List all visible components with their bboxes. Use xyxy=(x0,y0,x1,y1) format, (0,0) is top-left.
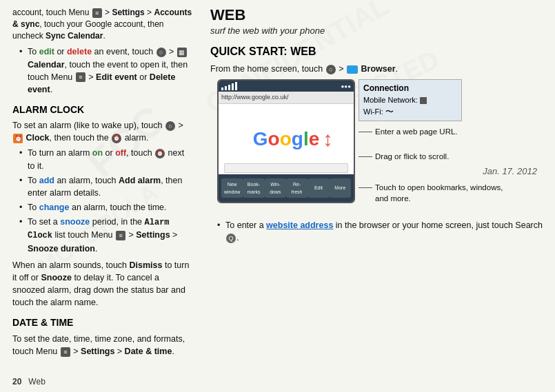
add-text: add xyxy=(39,176,54,185)
left-column: account, touch Menu ≡ > Settings > Accou… xyxy=(0,0,203,392)
browser-icon: 🌐 xyxy=(347,65,358,74)
status-time: ●●● xyxy=(341,83,352,91)
google-logo: Google xyxy=(253,125,319,154)
callout-line-2 xyxy=(359,156,372,157)
menu-icon-4: ≡ xyxy=(61,347,70,357)
footer-label: Web xyxy=(28,376,45,388)
signal-bar-3 xyxy=(228,85,230,90)
callout-area: Connection Mobile Network: Wi-Fi: 〜 Ente… xyxy=(359,79,510,211)
quick-start-heading: QUICK START: WEB xyxy=(210,43,545,59)
callout-enter-url: Enter a web page URL. xyxy=(359,127,510,138)
right-column: WEB surf the web with your phone QUICK S… xyxy=(203,0,555,392)
callout-text-2: Drag or flick to scroll. xyxy=(372,152,449,163)
calendar-bullets: To edit or delete an event, touch ○ > ▦ … xyxy=(12,45,194,96)
page-footer: 20 Web xyxy=(12,376,46,388)
bookmarks-btn: Book- marks xyxy=(243,178,264,198)
alarm-intro: To set an alarm (like to wake up), touch… xyxy=(12,119,194,144)
edit-btn: Edit xyxy=(307,178,329,198)
phone-url-bar: http://www.google.co.uk/ xyxy=(219,92,354,104)
url-text: http://www.google.co.uk/ xyxy=(221,93,289,102)
menu-icon-3: ≡ xyxy=(116,231,125,240)
callout-text-1: Enter a web page URL. xyxy=(372,127,458,138)
connection-mobile-text: Mobile Network: xyxy=(363,95,457,106)
home-icon: ○ xyxy=(157,48,166,57)
signal-indicator xyxy=(221,82,237,90)
alarm-dismiss-para: When an alarm sounds, touch Dismiss to t… xyxy=(12,259,194,309)
web-subtitle: surf the web with your phone xyxy=(210,25,545,38)
page-number: 20 xyxy=(12,376,21,388)
wifi-icon: 〜 xyxy=(385,107,394,116)
alarm-icon: ⏰ xyxy=(112,134,121,143)
calendar-bullet-item: To edit or delete an event, touch ○ > ▦ … xyxy=(19,45,194,96)
windows-btn: Win- dows xyxy=(265,178,286,198)
alarm-bullet-3: To change an alarm, touch the time. xyxy=(19,201,194,214)
change-text: change xyxy=(39,203,70,212)
clock-icon: ⏰ xyxy=(13,134,23,143)
alarm-bullet-4: To set a snooze period, in the Alarm Clo… xyxy=(19,216,194,255)
date-time-para: To set the date, time, time zone, and fo… xyxy=(12,333,194,358)
callout-bookmarks: Touch to open bookmarks, windows, and mo… xyxy=(359,183,510,204)
web-title: WEB xyxy=(210,7,545,23)
phone-status-bar: ●●● xyxy=(219,81,354,92)
delete-text: delete xyxy=(67,47,92,56)
snooze-text: snooze xyxy=(60,217,90,227)
callout-drag: Drag or flick to scroll. xyxy=(359,152,510,163)
website-bullet: To enter a website address in the browse… xyxy=(217,219,545,244)
scroll-arrow: ↕ xyxy=(323,125,333,155)
menu-icon: ≡ xyxy=(92,8,102,18)
website-bullet-list: To enter a website address in the browse… xyxy=(210,219,545,244)
signal-bar-2 xyxy=(225,86,227,90)
home-icon-2: ○ xyxy=(165,121,175,131)
intro-paragraph: account, touch Menu ≡ > Settings > Accou… xyxy=(12,7,194,41)
signal-bar-5 xyxy=(235,82,237,90)
phone-browser-content: Google ↕ xyxy=(219,104,354,174)
phone-screen: ●●● http://www.google.co.uk/ Google ↕ xyxy=(217,79,355,203)
callout-text-3: Touch to open bookmarks, windows, and mo… xyxy=(372,183,510,204)
quick-start-para: From the home screen, touch ○ > 🌐 Browse… xyxy=(210,63,545,75)
mobile-icon xyxy=(420,97,427,104)
callout-line-3 xyxy=(359,187,372,188)
connection-wifi-text: Wi-Fi: 〜 xyxy=(363,106,457,118)
calendar-icon: ▦ xyxy=(177,48,187,57)
phone-bottom-bar: New window Book- marks Win- dows Re- fre… xyxy=(219,174,354,202)
signal-bar-4 xyxy=(232,83,234,90)
alarm-toggle-icon: ⏰ xyxy=(155,149,165,158)
callout-line-1 xyxy=(359,132,372,132)
off-text: off xyxy=(115,148,126,158)
alarm-heading: ALARM CLOCK xyxy=(12,103,194,116)
menu-icon-2: ≡ xyxy=(76,72,85,82)
on-text: on xyxy=(92,148,103,158)
google-logo-area: Google xyxy=(253,125,319,154)
more-btn: More xyxy=(330,178,351,198)
google-search-bar xyxy=(224,163,348,173)
new-window-btn: New window xyxy=(221,178,243,198)
date-time-heading: DATE & TIME xyxy=(12,316,194,329)
edit-text: edit xyxy=(39,47,54,56)
search-icon: Q xyxy=(226,234,236,243)
alarm-bullet-1: To turn an alarm on or off, touch ⏰ next… xyxy=(19,147,194,172)
page-content: account, touch Menu ≡ > Settings > Accou… xyxy=(0,0,555,392)
signal-bar-1 xyxy=(221,87,223,90)
alarm-bullets: To turn an alarm on or off, touch ⏰ next… xyxy=(12,147,194,255)
refresh-btn: Re- fresh xyxy=(286,178,307,198)
connection-title: Connection xyxy=(363,83,457,94)
website-address-text: website address xyxy=(266,220,333,230)
phone-mockup-area: ●●● http://www.google.co.uk/ Google ↕ xyxy=(210,79,545,214)
alarm-bullet-2: To add an alarm, touch Add alarm, then e… xyxy=(19,174,194,199)
home-icon-3: ○ xyxy=(326,65,336,74)
connection-box: Connection Mobile Network: Wi-Fi: 〜 xyxy=(359,79,462,121)
